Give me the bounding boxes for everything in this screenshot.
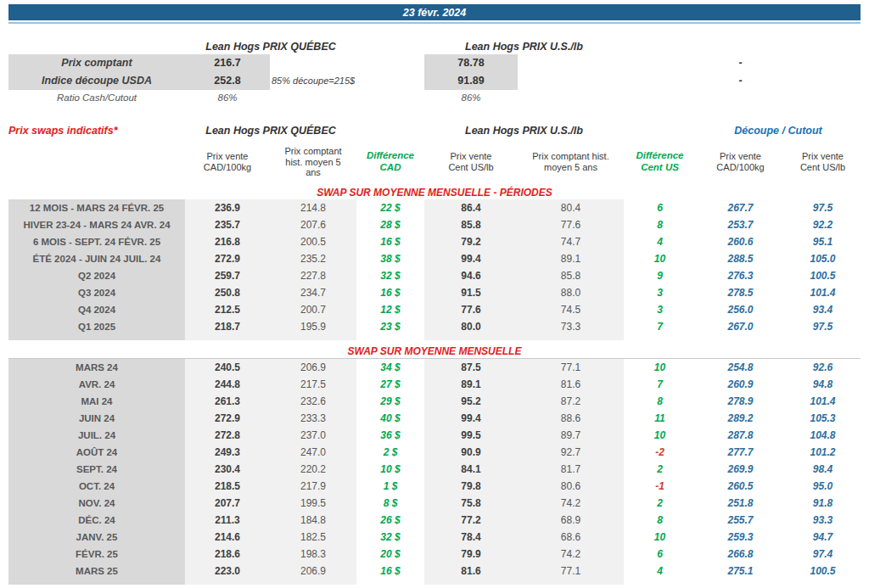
us-hist-value: 85.8 — [518, 267, 624, 284]
cutout-us-value: 92.6 — [785, 359, 861, 376]
difference-us-value: -2 — [624, 444, 696, 461]
cutout-cad-value: 260.9 — [696, 376, 785, 393]
row-label: NOV. 24 — [8, 495, 185, 512]
band-spacer — [518, 335, 624, 340]
us-hist-value: 77.6 — [518, 216, 624, 233]
qc-hist-value: 207.6 — [270, 216, 356, 233]
qc-prix-vente-value: 207.7 — [185, 495, 270, 512]
difference-cad-value: 1 $ — [356, 478, 424, 495]
us-hist-value: 88.0 — [518, 284, 624, 301]
cutout-us-value: 91.8 — [785, 495, 861, 512]
cutout-us-value: 104.8 — [785, 427, 861, 444]
column-headers: Prix vente CAD/100kg Prix comptant hist.… — [8, 143, 861, 182]
cutout-cad-value: 255.7 — [696, 512, 785, 529]
row-label: JANV. 25 — [8, 529, 185, 546]
qc-prix-vente-value: 214.6 — [185, 529, 270, 546]
us-spot-header: Lean Hogs PRIX U.S./lb — [424, 41, 624, 54]
us-prix-vente-value: 86.4 — [424, 199, 518, 216]
qc-prix-vente-value: 211.3 — [185, 512, 270, 529]
difference-us-value: 4 — [624, 233, 696, 250]
spot-row-ratio: Ratio Cash/Cutout 86% 86% — [8, 90, 861, 105]
row-label: AOÛT 24 — [8, 444, 185, 461]
swap-sections: SWAP SUR MOYENNE MENSUELLE - PÉRIODES12 … — [8, 186, 861, 585]
us-hist-value: 88.6 — [518, 410, 624, 427]
qc-hist-value: 214.8 — [270, 199, 356, 216]
qc-hist-value: 247.0 — [270, 444, 356, 461]
price-sheet: 23 févr. 2024 Lean Hogs PRIX QUÉBEC Lean… — [8, 4, 861, 585]
qc-prix-vente-value: 259.7 — [185, 267, 270, 284]
cutout-us-value: 105.0 — [785, 250, 861, 267]
cutout-empty-dash: - — [696, 54, 785, 72]
difference-cad-value: 22 $ — [356, 199, 424, 216]
us-prix-vente-value: 79.9 — [424, 546, 518, 563]
qc-hist-value: 198.3 — [270, 546, 356, 563]
cutout-cad-value: 278.5 — [696, 284, 785, 301]
us-hist-value: 68.9 — [518, 512, 624, 529]
swap-data-block: MARS 24240.5206.934 $87.577.110254.892.6… — [8, 358, 861, 585]
qc-prix-vente-value: 216.8 — [185, 233, 270, 250]
col-header-qc-hist: Prix comptant hist. moyen 5 ans — [270, 146, 356, 179]
difference-us-value: 3 — [624, 284, 696, 301]
swap-data-block: 12 MOIS - MARS 24 FÉVR. 25236.9214.822 $… — [8, 199, 861, 340]
cutout-us-value: 93.3 — [785, 512, 861, 529]
difference-us-value: 2 — [624, 461, 696, 478]
difference-cad-value: 29 $ — [356, 393, 424, 410]
difference-cad-value: 20 $ — [356, 546, 424, 563]
qc-ratio-value: 86% — [185, 90, 270, 105]
cutout-us-value: 100.5 — [785, 563, 861, 580]
cutout-cad-value: 267.0 — [696, 318, 785, 335]
qc-prix-vente-value: 272.9 — [185, 250, 270, 267]
cutout-cad-value: 254.8 — [696, 359, 785, 376]
qc-hist-value: 227.8 — [270, 267, 356, 284]
band-spacer — [8, 580, 185, 585]
difference-us-value: 8 — [624, 216, 696, 233]
difference-cad-value: 8 $ — [356, 495, 424, 512]
row-label: HIVER 23-24 - MARS 24 AVR. 24 — [8, 216, 185, 233]
cutout-header: Découpe / Cutout — [696, 125, 861, 137]
us-prix-vente-value: 79.2 — [424, 233, 518, 250]
swap-section-title: SWAP SUR MOYENNE MENSUELLE - PÉRIODES — [8, 186, 861, 199]
us-hist-value: 89.7 — [518, 427, 624, 444]
cutout-us-value: 98.4 — [785, 461, 861, 478]
spot-label: Indice découpe USDA — [8, 72, 185, 90]
us-prix-vente-value: 94.6 — [424, 267, 518, 284]
cutout-us-value: 101.2 — [785, 444, 861, 461]
difference-us-value: 4 — [624, 563, 696, 580]
cutout-cad-value: 289.2 — [696, 410, 785, 427]
band-spacer — [356, 580, 424, 585]
difference-cad-value: 2 $ — [356, 444, 424, 461]
spot-label: Prix comptant — [8, 54, 185, 72]
band-spacer — [696, 335, 785, 340]
cutout-us-value: 95.0 — [785, 478, 861, 495]
qc-spot-header: Lean Hogs PRIX QUÉBEC — [185, 41, 356, 54]
cutout-cad-value: 266.8 — [696, 546, 785, 563]
us-prix-vente-value: 87.5 — [424, 359, 518, 376]
us-prix-vente-value: 77.2 — [424, 512, 518, 529]
qc-hist-value: 217.9 — [270, 478, 356, 495]
difference-cad-value: 16 $ — [356, 233, 424, 250]
qc-prix-vente-value: 218.5 — [185, 478, 270, 495]
difference-cad-value: 32 $ — [356, 267, 424, 284]
row-label: 6 MOIS - SEPT. 24 FÉVR. 25 — [8, 233, 185, 250]
qc-hist-value: 206.9 — [270, 359, 356, 376]
band-spacer — [624, 335, 696, 340]
qc-hist-value: 199.5 — [270, 495, 356, 512]
us-hist-value: 81.7 — [518, 461, 624, 478]
difference-us-value: 6 — [624, 546, 696, 563]
col-header-difference-cad: Différence CAD — [356, 150, 424, 173]
band-spacer — [785, 580, 861, 585]
cutout-cad-value: 277.7 — [696, 444, 785, 461]
col-header-cutout-cad: Prix vente CAD/100kg — [696, 151, 785, 173]
row-label: DÉC. 24 — [8, 512, 185, 529]
band-spacer — [8, 335, 185, 340]
col-header-difference-us: Différence Cent US — [624, 150, 696, 173]
row-label: Q4 2024 — [8, 301, 185, 318]
row-label: FÉVR. 25 — [8, 546, 185, 563]
us-hist-value: 80.6 — [518, 478, 624, 495]
band-spacer — [270, 580, 356, 585]
us-prix-vente-value: 84.1 — [424, 461, 518, 478]
row-label: Q2 2024 — [8, 267, 185, 284]
us-prix-vente-value: 79.8 — [424, 478, 518, 495]
difference-cad-value: 27 $ — [356, 376, 424, 393]
difference-cad-value: 23 $ — [356, 318, 424, 335]
